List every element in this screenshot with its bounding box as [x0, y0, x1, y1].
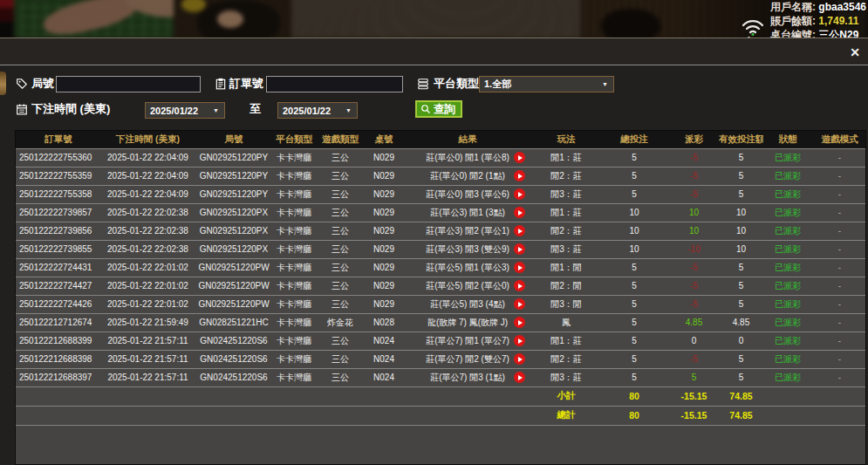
replay-video-icon[interactable]	[514, 170, 525, 181]
replay-video-icon[interactable]	[514, 372, 525, 383]
username-value: gbaa3546	[818, 1, 866, 13]
replay-video-icon[interactable]	[514, 335, 525, 346]
cell-result: 莊(單公5) 閒3 (4點)	[402, 295, 533, 313]
cell-time: 2025-01-22 21:57:11	[101, 350, 195, 368]
platform-list-icon	[417, 78, 429, 90]
replay-video-icon[interactable]	[514, 317, 525, 328]
table-row: 2501222227244262025-01-22 22:01:02GN0292…	[16, 295, 866, 313]
replay-video-icon[interactable]	[514, 298, 525, 310]
result-text: 莊(單公5) 閒3 (4點)	[430, 299, 505, 309]
cell-game_type: 三公	[315, 222, 366, 240]
cell-result: 莊(單公7) 閒2 (雙公7)	[402, 350, 533, 368]
summary-label: 總計	[533, 406, 599, 425]
cell-play: 閒2：莊	[533, 350, 599, 368]
chevron-down-icon: ▼	[213, 107, 224, 113]
game-no-label: 局號	[31, 76, 54, 92]
cell-payout: 0	[669, 332, 719, 350]
search-button[interactable]: 查詢	[415, 100, 462, 118]
table-header-row: 訂單號下注時間 (美東)局號平台類型遊戲類型桌號結果玩法總投注派彩有效投注額狀態…	[16, 131, 866, 148]
cell-table_no: N029	[366, 258, 402, 277]
table-row: 2501222227398562025-01-22 22:02:38GN0292…	[16, 222, 866, 240]
cell-mode: -	[812, 240, 866, 258]
cell-valid: 5	[719, 167, 763, 185]
cell-play: 閒1：莊	[533, 148, 599, 167]
cell-valid: 0	[719, 332, 763, 350]
grand-total-row: 總計80-15.1574.85	[16, 406, 866, 425]
cell-platform: 卡卡灣廳	[273, 148, 315, 167]
wifi-icon	[742, 18, 764, 36]
replay-video-icon[interactable]	[514, 152, 525, 163]
result-text: 莊(單公7) 閒1 (單公7)	[426, 336, 509, 345]
cell-game_no: GN024251220S6	[195, 350, 273, 368]
table-row: 2501222227244272025-01-22 22:01:02GN0292…	[16, 277, 866, 295]
cell-time: 2025-01-22 22:01:02	[101, 258, 195, 277]
bet-history-table-panel: 訂單號下注時間 (美東)局號平台類型遊戲類型桌號結果玩法總投注派彩有效投注額狀態…	[15, 130, 866, 465]
cell-valid: 5	[719, 185, 763, 203]
platform-type-label: 平台類型	[434, 76, 479, 92]
cell-game_no: GN029251220PX	[195, 240, 273, 258]
cell-table_no: N029	[366, 222, 402, 240]
replay-video-icon[interactable]	[514, 243, 525, 255]
cell-total: 5	[599, 277, 669, 295]
cell-payout: -5	[669, 185, 719, 203]
cell-total: 10	[599, 222, 669, 240]
result-text: 莊(單公7) 閒3 (1點)	[430, 373, 505, 382]
cell-game_type: 三公	[315, 167, 366, 185]
cell-game_no: GN029251220PY	[195, 185, 273, 203]
cell-status: 已派彩	[763, 240, 812, 258]
cell-game_no: GN029251220PY	[195, 148, 273, 167]
replay-video-icon[interactable]	[514, 225, 525, 236]
order-no-input[interactable]	[266, 76, 403, 92]
cell-total: 10	[599, 240, 669, 258]
cell-status: 已派彩	[763, 148, 812, 167]
user-info-panel: 1 2 用戶名稱: gbaa3546 賬戶餘額: 1,749.11 桌台編號: …	[742, 1, 866, 38]
cell-valid: 5	[719, 148, 763, 167]
cell-payout: -5	[669, 148, 719, 167]
replay-video-icon[interactable]	[514, 353, 525, 365]
table-row: 2501222227553592025-01-22 22:04:09GN0292…	[16, 167, 866, 185]
close-icon[interactable]: ✕	[847, 44, 863, 60]
cell-game_type: 三公	[315, 350, 366, 368]
cell-order: 250122222755358	[16, 185, 101, 203]
replay-video-icon[interactable]	[514, 207, 525, 218]
column-header: 狀態	[763, 131, 812, 148]
cell-result: 莊(單公3) 閒1 (3點)	[402, 203, 533, 222]
cell-time: 2025-01-22 22:01:02	[101, 295, 195, 313]
cell-result: 莊(單公7) 閒3 (1點)	[402, 368, 533, 386]
game-no-input[interactable]	[56, 76, 201, 92]
order-no-label: 訂單號	[229, 76, 263, 92]
table-row: 2501222126883992025-01-22 21:57:11GN0242…	[16, 332, 866, 350]
cell-platform: 卡卡灣廳	[273, 240, 315, 258]
cell-payout: -5	[669, 277, 719, 295]
cell-total: 10	[599, 203, 669, 222]
tag-icon	[16, 78, 28, 90]
cell-mode: -	[812, 222, 866, 240]
cell-time: 2025-01-22 22:02:38	[101, 222, 195, 240]
bet-history-screen: 1 2 用戶名稱: gbaa3546 賬戶餘額: 1,749.11 桌台編號: …	[0, 0, 868, 465]
result-text: 莊(單公0) 閒3 (單公6)	[426, 189, 509, 199]
cell-result: 莊(單公3) 閒2 (單公1)	[402, 222, 533, 240]
cell-order: 250122222739857	[16, 203, 101, 222]
table-row: 2501222227244312025-01-22 22:01:02GN0292…	[16, 258, 866, 277]
cell-game_no: GN029251220PX	[195, 203, 273, 222]
replay-video-icon[interactable]	[514, 262, 525, 273]
date-from-select[interactable]: 2025/01/22 ▼	[145, 102, 225, 119]
platform-type-select[interactable]: 1.全部 ▼	[479, 76, 614, 92]
date-range-to-label: 至	[249, 101, 261, 117]
summary-value: 74.85	[719, 406, 763, 425]
cell-result: 莊(單公5) 閒2 (單公0)	[402, 277, 533, 295]
table-row: 2501222126883982025-01-22 21:57:11GN0242…	[16, 350, 866, 368]
replay-video-icon[interactable]	[514, 188, 525, 200]
cell-play: 閒2：莊	[533, 222, 599, 240]
summary-value	[812, 386, 866, 406]
table-row: 2501222227398572025-01-22 22:02:38GN0292…	[16, 203, 866, 222]
replay-video-icon[interactable]	[514, 280, 525, 291]
cell-platform: 卡卡灣廳	[273, 332, 315, 350]
cell-status: 已派彩	[763, 295, 812, 313]
cell-mode: -	[812, 277, 866, 295]
cell-status: 已派彩	[763, 167, 812, 185]
side-tab-handle[interactable]	[0, 72, 6, 95]
date-to-select[interactable]: 2025/01/22 ▼	[277, 102, 358, 119]
platform-type-value: 1.全部	[480, 78, 602, 91]
cell-platform: 卡卡灣廳	[273, 203, 315, 222]
